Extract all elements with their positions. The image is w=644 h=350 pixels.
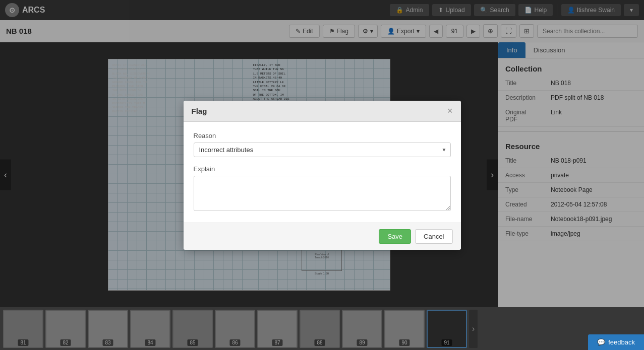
feedback-button[interactable]: 💬 feedback [588, 334, 644, 350]
feedback-icon: 💬 [597, 338, 605, 346]
modal-header: Flag × [184, 101, 461, 122]
feedback-label: feedback [608, 338, 635, 346]
explain-textarea[interactable] [194, 176, 451, 211]
explain-label: Explain [194, 165, 451, 173]
modal-close-button[interactable]: × [447, 106, 453, 116]
reason-select[interactable]: Incorrect attributes Spam Copyright Othe… [194, 143, 451, 157]
reason-label: Reason [194, 132, 451, 139]
flag-modal: Flag × Reason Incorrect attributes Spam … [184, 101, 461, 250]
cancel-button[interactable]: Cancel [415, 229, 452, 244]
modal-overlay: Flag × Reason Incorrect attributes Spam … [0, 0, 644, 350]
reason-select-wrapper: Incorrect attributes Spam Copyright Othe… [194, 143, 451, 157]
modal-title: Flag [192, 107, 207, 115]
save-button[interactable]: Save [379, 229, 411, 244]
modal-body: Reason Incorrect attributes Spam Copyrig… [184, 122, 461, 223]
modal-footer: Save Cancel [184, 223, 461, 250]
